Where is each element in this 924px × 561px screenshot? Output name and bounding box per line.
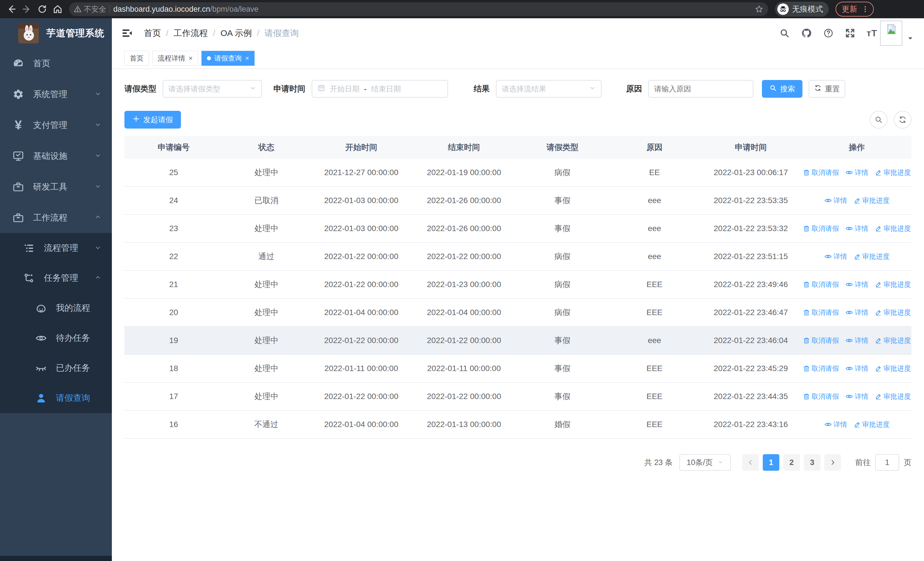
toggle-search-button[interactable] bbox=[870, 111, 888, 129]
github-icon[interactable] bbox=[801, 28, 812, 39]
sidebar-item-7[interactable]: 任务管理 bbox=[0, 263, 112, 293]
page-button-1[interactable]: 1 bbox=[763, 454, 779, 471]
sidebar-item-11[interactable]: 请假查询 bbox=[0, 383, 112, 413]
detail-link[interactable]: 详情 bbox=[824, 420, 847, 429]
sidebar-item-6[interactable]: 流程管理 bbox=[0, 233, 112, 263]
reset-button[interactable]: 重置 bbox=[809, 80, 845, 98]
apply-time-range-picker[interactable]: 开始日期 - 结束日期 bbox=[312, 80, 448, 98]
prev-page-button[interactable] bbox=[742, 454, 759, 471]
cancel-leave-link[interactable]: 取消请假 bbox=[803, 168, 839, 177]
approval-progress-link[interactable]: 审批进度 bbox=[874, 392, 911, 401]
detail-link[interactable]: 详情 bbox=[845, 168, 868, 177]
sidebar-item-4[interactable]: 研发工具 bbox=[0, 171, 112, 202]
browser-menu-icon[interactable] bbox=[861, 5, 869, 13]
cell-reason: EEE bbox=[609, 364, 699, 373]
update-button[interactable]: 更新 bbox=[836, 2, 874, 17]
sidebar-item-label: 任务管理 bbox=[44, 272, 78, 284]
update-label: 更新 bbox=[842, 4, 857, 14]
detail-link[interactable]: 详情 bbox=[845, 224, 868, 233]
detail-link[interactable]: 详情 bbox=[824, 252, 847, 261]
reload-icon[interactable] bbox=[36, 3, 48, 15]
reason-input[interactable] bbox=[649, 81, 753, 97]
cancel-leave-link[interactable]: 取消请假 bbox=[803, 392, 839, 401]
detail-link[interactable]: 详情 bbox=[845, 392, 868, 401]
incognito-label: 无痕模式 bbox=[792, 4, 823, 14]
cancel-leave-link[interactable]: 取消请假 bbox=[803, 364, 839, 373]
sidebar-item-3[interactable]: 基础设施 bbox=[0, 141, 112, 171]
close-icon[interactable]: × bbox=[189, 54, 193, 62]
goto-page-input[interactable] bbox=[875, 454, 899, 471]
cell-status: 已取消 bbox=[223, 195, 310, 206]
sidebar-item-5[interactable]: 工作流程 bbox=[0, 202, 112, 233]
detail-link[interactable]: 详情 bbox=[845, 280, 868, 289]
approval-progress-link[interactable]: 审批进度 bbox=[874, 280, 911, 289]
tag-tab-label: 请假查询 bbox=[214, 54, 242, 63]
avatar[interactable] bbox=[880, 21, 902, 46]
sidebar-item-10[interactable]: 已办任务 bbox=[0, 353, 112, 383]
home-icon[interactable] bbox=[51, 3, 64, 15]
page-size-select[interactable]: 10条/页 bbox=[680, 454, 731, 471]
tag-tab-0[interactable]: 首页 bbox=[124, 51, 149, 66]
sidebar-item-9[interactable]: 待办任务 bbox=[0, 323, 112, 353]
cancel-leave-link[interactable]: 取消请假 bbox=[803, 336, 839, 345]
security-warning[interactable]: 不安全 bbox=[74, 4, 106, 14]
approval-progress-link[interactable]: 审批进度 bbox=[874, 224, 911, 233]
approval-progress-link[interactable]: 审批进度 bbox=[874, 336, 911, 345]
approval-progress-link[interactable]: 审批进度 bbox=[854, 252, 890, 261]
breadcrumb-item-1[interactable]: 工作流程 bbox=[174, 27, 208, 39]
detail-link[interactable]: 详情 bbox=[845, 336, 868, 345]
approval-progress-link[interactable]: 审批进度 bbox=[854, 420, 890, 429]
close-icon[interactable]: × bbox=[245, 54, 249, 62]
chevron-down-icon bbox=[94, 152, 102, 160]
create-leave-button[interactable]: 发起请假 bbox=[124, 111, 181, 129]
cell-start-time: 2022-01-22 00:00:00 bbox=[310, 336, 412, 345]
column-header-4: 请假类型 bbox=[515, 142, 609, 153]
font-size-icon[interactable]: тT bbox=[867, 28, 877, 39]
page-button-2[interactable]: 2 bbox=[783, 454, 800, 471]
cancel-leave-link[interactable]: 取消请假 bbox=[803, 308, 839, 317]
active-tab-dot bbox=[207, 56, 211, 60]
address-bar[interactable]: 不安全 dashboard.yudao.iocoder.cn/bpm/oa/le… bbox=[69, 2, 768, 16]
approval-progress-link[interactable]: 审批进度 bbox=[874, 364, 911, 373]
sidebar-item-1[interactable]: 系统管理 bbox=[0, 79, 112, 110]
sidebar-item-label: 系统管理 bbox=[33, 89, 68, 100]
warning-icon bbox=[74, 5, 82, 13]
forward-icon[interactable] bbox=[21, 3, 33, 15]
breadcrumb-item-0[interactable]: 首页 bbox=[144, 27, 161, 39]
leave-type-select[interactable]: 请选择请假类型 bbox=[163, 80, 262, 98]
breadcrumb-item-2[interactable]: OA 示例 bbox=[220, 27, 252, 39]
sidebar-item-2[interactable]: ¥支付管理 bbox=[0, 110, 112, 141]
approval-progress-link[interactable]: 审批进度 bbox=[854, 196, 890, 205]
detail-link[interactable]: 详情 bbox=[845, 308, 868, 317]
bookmark-star-icon[interactable] bbox=[754, 5, 764, 14]
tag-tab-2[interactable]: 请假查询× bbox=[201, 51, 255, 66]
result-select[interactable]: 请选择流结果 bbox=[496, 80, 602, 98]
cell-reason: eee bbox=[609, 336, 699, 345]
cancel-leave-link[interactable]: 取消请假 bbox=[803, 280, 839, 289]
cell-leave-type: 事假 bbox=[515, 363, 609, 374]
logo-row[interactable]: 芋道管理系统 bbox=[0, 18, 112, 48]
cell-end-time: 2022-01-26 00:00:00 bbox=[412, 224, 515, 233]
header-search-icon[interactable] bbox=[779, 28, 790, 38]
help-icon[interactable] bbox=[823, 28, 834, 38]
detail-link[interactable]: 详情 bbox=[845, 364, 868, 373]
refresh-table-button[interactable] bbox=[894, 111, 912, 129]
fullscreen-icon[interactable] bbox=[845, 28, 855, 38]
caret-down-icon[interactable] bbox=[907, 35, 914, 43]
detail-link[interactable]: 详情 bbox=[824, 196, 847, 205]
sidebar-collapse-icon[interactable] bbox=[120, 26, 134, 40]
next-page-button[interactable] bbox=[824, 454, 841, 471]
cell-status: 处理中 bbox=[223, 363, 310, 374]
chevron-down-icon bbox=[94, 244, 102, 253]
page-button-3[interactable]: 3 bbox=[804, 454, 820, 471]
sidebar-item-0[interactable]: 首页 bbox=[0, 48, 112, 79]
cell-reason: eee bbox=[609, 224, 699, 233]
cancel-leave-link[interactable]: 取消请假 bbox=[803, 224, 839, 233]
tag-tab-1[interactable]: 流程详情× bbox=[152, 51, 198, 66]
approval-progress-link[interactable]: 审批进度 bbox=[874, 168, 911, 177]
approval-progress-link[interactable]: 审批进度 bbox=[874, 308, 911, 317]
cell-apply-time: 2022-01-22 23:46:04 bbox=[699, 336, 802, 345]
search-button[interactable]: 搜索 bbox=[762, 80, 802, 98]
sidebar-item-8[interactable]: 我的流程 bbox=[0, 293, 112, 323]
back-icon[interactable] bbox=[5, 3, 18, 15]
